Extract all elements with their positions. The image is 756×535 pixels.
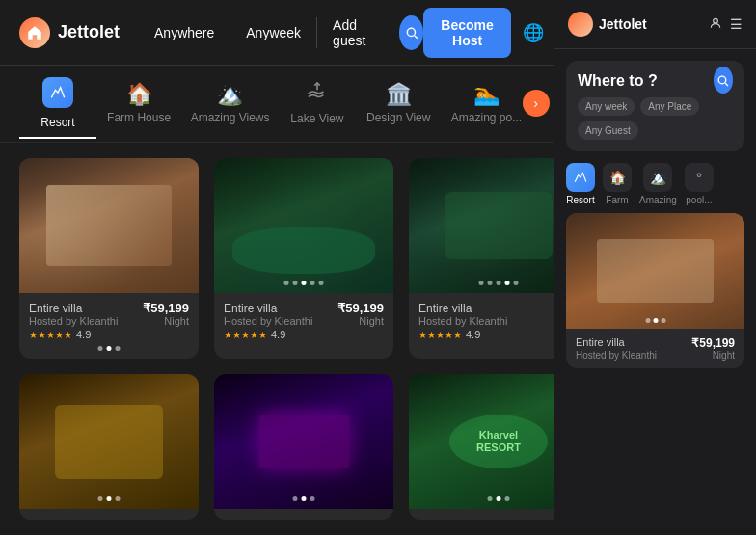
globe-icon[interactable]: 🌐 — [523, 22, 544, 43]
popup-farm-label: Farm — [606, 195, 628, 205]
popup-header: Jettolet ☰ — [554, 0, 756, 49]
search-tag-guest[interactable]: Any Guest — [578, 121, 638, 140]
categories-bar: Resort 🏠 Farm House 🏔️ Amazing Views Lak… — [0, 66, 608, 143]
rating-num-1: 4.9 — [76, 329, 91, 340]
popup-listing-image — [566, 213, 744, 329]
listing-card-1[interactable]: Entire villa ₹59,199 Hosted by Kleanthi … — [19, 158, 199, 359]
popup-header-icons: ☰ — [709, 16, 742, 33]
resort-icon — [42, 77, 73, 108]
listing-night-1: Night — [164, 315, 189, 327]
category-lakeview[interactable]: Lake View — [279, 73, 356, 135]
image-dots-1 — [98, 346, 121, 351]
popup-listing[interactable]: Entire villa ₹59,199 Hosted by Kleanthi … — [566, 213, 744, 368]
image-dots-3 — [479, 281, 519, 285]
popup-listing-host: Hosted by Kleanthi — [576, 350, 657, 361]
svg-point-7 — [719, 76, 727, 84]
popup-listing-info: Entire villa ₹59,199 Hosted by Kleanthi … — [566, 329, 744, 368]
popup-cat-resort[interactable]: Resort — [566, 163, 595, 205]
search-addguest[interactable]: Add guest — [317, 10, 392, 56]
listing-rating-2: ★★★★★ 4.9 — [224, 329, 384, 340]
popup-image-dots — [645, 318, 665, 323]
dot — [319, 281, 324, 285]
lakeview-icon — [307, 81, 328, 108]
popup-logo-text: Jettolet — [599, 16, 647, 32]
category-amazingpool[interactable]: 🏊 Amazing po... › — [442, 74, 532, 134]
search-tag-week[interactable]: Any week — [578, 97, 634, 116]
listing-image-4 — [19, 374, 199, 509]
svg-line-8 — [726, 83, 729, 86]
logo-icon — [19, 17, 50, 48]
search-tag-place[interactable]: Any Place — [640, 97, 699, 116]
popup-amazing-label: Amazing — [639, 195, 677, 205]
search-bar: Anywhere Anyweek Add guest — [139, 10, 423, 56]
host-row-1: Hosted by Kleanthi Night — [29, 315, 189, 327]
popup-pool-label: pool... — [686, 195, 712, 205]
svg-point-9 — [697, 174, 701, 177]
dot-active — [107, 496, 112, 501]
search-widget-button[interactable] — [714, 67, 733, 94]
popup-cat-amazing[interactable]: 🏔️ Amazing — [639, 163, 677, 205]
popup-app: Jettolet ☰ Where to ? Any week Any Place… — [554, 0, 756, 535]
listing-card-5[interactable] — [214, 374, 393, 520]
become-host-button[interactable]: Become Host — [423, 8, 510, 58]
listing-type-1: Entire villa — [29, 302, 82, 315]
dot — [661, 318, 665, 323]
logo-area: Jettolet — [19, 17, 120, 48]
popup-cat-farm[interactable]: 🏠 Farm — [603, 163, 632, 205]
popup-pool-icon — [685, 163, 714, 192]
popup-categories: Resort 🏠 Farm 🏔️ Amazing pool... — [554, 163, 756, 213]
dot — [497, 281, 501, 285]
search-tags: Any week Any Place Any Guest — [578, 97, 714, 140]
resort-label: Resort — [40, 116, 74, 129]
popup-cat-pool[interactable]: pool... — [685, 163, 714, 205]
popup-user-icon[interactable] — [709, 16, 722, 33]
designview-label: Design View — [366, 111, 430, 124]
dot-active — [302, 281, 307, 285]
listing-image-5 — [214, 374, 393, 509]
popup-resort-icon — [566, 163, 595, 192]
listing-host-3: Hosted by Kleanthi — [418, 315, 507, 327]
popup-listing-type: Entire villa — [576, 336, 625, 350]
stars-1: ★★★★★ — [29, 330, 72, 340]
popup-logo-icon — [568, 12, 593, 37]
search-widget: Where to ? Any week Any Place Any Guest — [566, 61, 744, 151]
category-farmhouse[interactable]: 🏠 Farm House — [96, 74, 181, 134]
listing-rating-1: ★★★★★ 4.9 — [29, 329, 189, 340]
search-anyweek[interactable]: Anyweek — [230, 17, 317, 48]
dot — [310, 281, 315, 285]
dot — [293, 496, 298, 501]
lakeview-label: Lake View — [290, 112, 343, 125]
popup-menu-icon[interactable]: ☰ — [730, 16, 742, 33]
next-arrow[interactable]: › — [523, 90, 550, 117]
svg-point-0 — [407, 28, 415, 36]
image-dots-4 — [98, 496, 121, 501]
image-dots-2 — [284, 281, 324, 285]
listing-night-2: Night — [359, 315, 384, 327]
main-header: Jettolet Anywhere Anyweek Add guest Beco… — [0, 0, 608, 66]
svg-point-6 — [714, 18, 718, 23]
listing-card-4[interactable] — [19, 374, 199, 520]
amazingpool-icon: 🏊 — [473, 82, 500, 107]
listing-card-2[interactable]: Entire villa ₹59,199 Hosted by Kleanthi … — [214, 158, 393, 359]
search-anywhere[interactable]: Anywhere — [139, 17, 230, 48]
farmhouse-icon: 🏠 — [126, 82, 152, 107]
dot — [479, 281, 484, 285]
listing-image-1 — [19, 158, 199, 293]
amazingviews-label: Amazing Views — [191, 111, 270, 124]
amazingpool-label: Amazing po... — [451, 111, 522, 124]
amazingviews-icon: 🏔️ — [217, 82, 243, 107]
category-amazingviews[interactable]: 🏔️ Amazing Views — [181, 74, 279, 134]
listings-grid: Entire villa ₹59,199 Hosted by Kleanthi … — [0, 143, 608, 535]
dot — [488, 496, 493, 501]
image-dots-5 — [293, 496, 315, 501]
category-designview[interactable]: 🏛️ Design View — [356, 74, 442, 134]
listing-price-2: ₹59,199 — [338, 301, 384, 315]
dot — [116, 346, 121, 351]
dot — [505, 496, 510, 501]
search-button[interactable] — [399, 15, 424, 50]
category-resort[interactable]: Resort — [19, 69, 96, 139]
stars-3: ★★★★★ — [418, 330, 462, 340]
dot — [116, 496, 121, 501]
popup-logo: Jettolet — [568, 12, 647, 37]
listing-type-3: Entire villa — [418, 302, 472, 315]
